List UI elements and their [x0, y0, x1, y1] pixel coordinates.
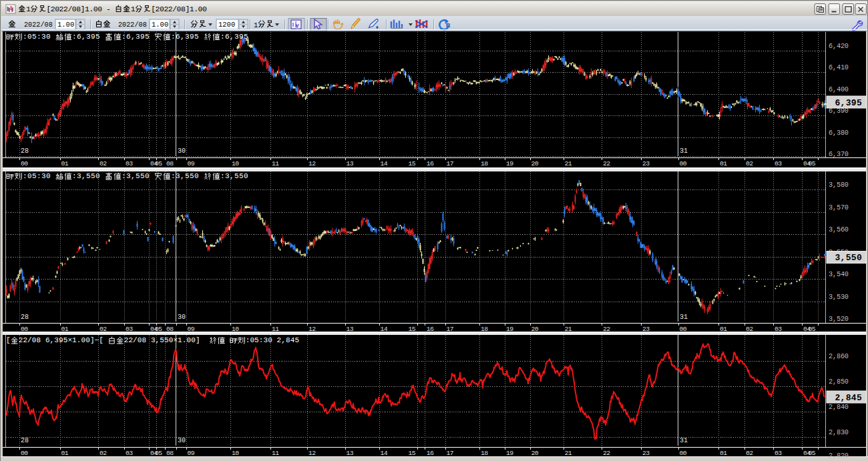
svg-text:05: 05	[809, 160, 816, 167]
svg-text:14: 14	[381, 160, 388, 167]
svg-text:03: 03	[775, 326, 782, 333]
svg-text:10: 10	[232, 450, 239, 457]
svg-text:01: 01	[61, 450, 69, 457]
svg-text:2,860: 2,860	[829, 353, 849, 360]
svg-text:01: 01	[61, 326, 69, 333]
svg-text:28: 28	[21, 437, 29, 444]
svg-text:12: 12	[308, 326, 316, 333]
svg-text:10: 10	[232, 326, 239, 333]
svg-text:3,570: 3,570	[829, 204, 849, 211]
svg-text:R: R	[446, 22, 451, 29]
svg-text:17: 17	[447, 450, 454, 457]
svg-text:16: 16	[427, 450, 434, 457]
svg-text:6,380: 6,380	[829, 129, 849, 137]
svg-text:02: 02	[99, 450, 107, 457]
svg-text:21: 21	[565, 326, 572, 333]
svg-text::3,550: :3,550	[220, 172, 248, 180]
svg-text:03: 03	[775, 450, 782, 457]
svg-text:09: 09	[188, 326, 195, 333]
svg-text:1.00: 1.00	[57, 21, 74, 29]
svg-text:00: 00	[680, 326, 687, 333]
svg-text:00: 00	[21, 326, 28, 333]
svg-text:15: 15	[409, 450, 416, 457]
svg-text:2,820: 2,820	[829, 452, 849, 460]
svg-text:6,390: 6,390	[829, 107, 849, 115]
svg-text:[2022/08]1.00: [2022/08]1.00	[151, 5, 207, 13]
svg-text::6,395: :6,395	[122, 33, 150, 41]
svg-text:6,420: 6,420	[829, 43, 849, 50]
svg-text:12: 12	[308, 450, 316, 457]
svg-text::05:30: :05:30	[23, 172, 51, 180]
svg-text:31: 31	[680, 314, 688, 321]
svg-text:3,520: 3,520	[829, 316, 849, 323]
svg-text:11: 11	[272, 450, 279, 457]
svg-text:6,370: 6,370	[829, 151, 849, 158]
svg-text:14: 14	[381, 326, 388, 333]
svg-text:17: 17	[447, 160, 454, 167]
svg-text:31: 31	[680, 437, 688, 444]
svg-text:2,845: 2,845	[835, 393, 862, 403]
svg-text:17: 17	[447, 326, 454, 333]
svg-text:1.00: 1.00	[152, 21, 168, 29]
svg-text:6,410: 6,410	[829, 64, 849, 71]
svg-text:21: 21	[565, 160, 572, 167]
svg-text:11: 11	[272, 160, 279, 167]
svg-text:02: 02	[746, 326, 753, 333]
svg-text::3,550: :3,550	[122, 172, 150, 180]
svg-text:20: 20	[531, 160, 539, 167]
svg-text:03: 03	[126, 450, 133, 457]
svg-text:22/08 3,550×1.00]: 22/08 3,550×1.00]	[124, 336, 200, 344]
svg-text:20: 20	[531, 450, 539, 457]
svg-text:13: 13	[347, 160, 354, 167]
svg-text:01: 01	[720, 326, 727, 333]
svg-text:05: 05	[155, 160, 162, 167]
svg-text:22: 22	[603, 326, 610, 333]
svg-text:20: 20	[531, 326, 539, 333]
svg-text:13: 13	[347, 326, 354, 333]
svg-text:19: 19	[506, 160, 513, 167]
svg-text:02: 02	[746, 160, 753, 167]
svg-text:05: 05	[155, 326, 162, 333]
svg-text:05: 05	[809, 450, 816, 457]
svg-text:02: 02	[99, 326, 107, 333]
svg-text:3,530: 3,530	[829, 294, 849, 301]
svg-text:03: 03	[126, 160, 133, 167]
svg-text:08: 08	[166, 450, 174, 457]
svg-text:14: 14	[381, 450, 388, 457]
svg-text:30: 30	[178, 147, 186, 155]
svg-text:30: 30	[178, 437, 186, 444]
svg-text:18: 18	[481, 326, 488, 333]
svg-text:00: 00	[21, 160, 28, 167]
svg-text:21: 21	[565, 450, 572, 457]
svg-text:18: 18	[481, 450, 488, 457]
svg-text:16: 16	[427, 326, 434, 333]
svg-text:16: 16	[427, 160, 434, 167]
svg-text:19: 19	[506, 450, 513, 457]
svg-text:08: 08	[166, 160, 174, 167]
svg-text:1200: 1200	[218, 21, 235, 29]
svg-text:6,400: 6,400	[829, 86, 849, 93]
svg-text:1: 1	[254, 21, 258, 29]
svg-text:2,840: 2,840	[829, 404, 849, 411]
svg-text::6,395: :6,395	[220, 33, 248, 41]
svg-text::05:30: :05:30	[23, 33, 51, 41]
svg-text:13: 13	[347, 450, 354, 457]
svg-text:02: 02	[746, 450, 753, 457]
svg-text:22: 22	[603, 160, 610, 167]
svg-text:09: 09	[188, 450, 195, 457]
svg-text:19: 19	[506, 326, 513, 333]
svg-text:2,830: 2,830	[829, 429, 849, 436]
svg-text:01: 01	[720, 160, 727, 167]
svg-text:08: 08	[166, 326, 174, 333]
svg-text:28: 28	[21, 147, 29, 155]
svg-text:6,395: 6,395	[835, 98, 862, 108]
svg-text:1: 1	[131, 5, 136, 13]
svg-text::6,395: :6,395	[72, 33, 100, 41]
svg-text::3,550: :3,550	[171, 172, 199, 180]
svg-text:22: 22	[603, 450, 610, 457]
svg-text:28: 28	[21, 314, 29, 321]
svg-text:00: 00	[680, 450, 687, 457]
svg-text:11: 11	[272, 326, 279, 333]
svg-text:12: 12	[308, 160, 316, 167]
svg-text:01: 01	[720, 450, 727, 457]
